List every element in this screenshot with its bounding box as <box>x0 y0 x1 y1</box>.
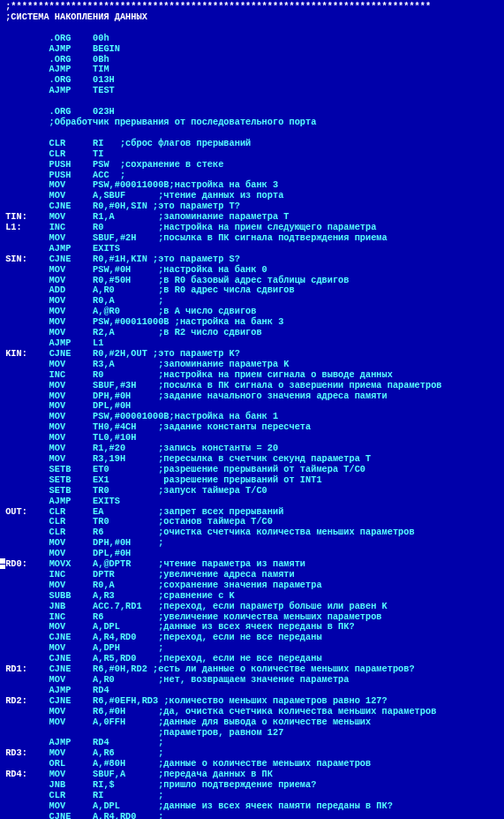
top-line-2: ;СИСТЕМА НАКОПЛЕНИЯ ДАННЫХ <box>0 12 504 23</box>
code-body[interactable]: .ORG 00h AJMP BEGIN .ORG 0Bh AJMP TIM .O… <box>0 23 504 819</box>
editor-screen: ;***************************************… <box>0 0 504 819</box>
